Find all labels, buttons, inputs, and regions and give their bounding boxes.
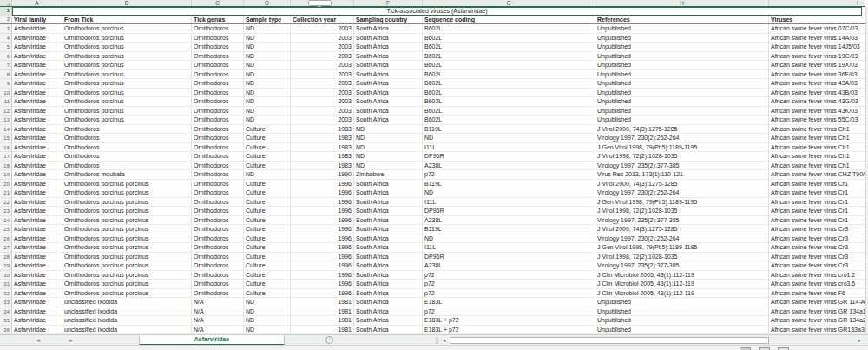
cell[interactable]: Ornithodoros moubata bbox=[62, 170, 192, 180]
cell[interactable]: 1983 bbox=[291, 134, 354, 143]
cell[interactable]: African swine fever virus 43A/03 bbox=[769, 79, 865, 89]
cell[interactable]: Culture bbox=[244, 180, 291, 189]
cell[interactable]: J Virol 2000, 74(3):1275-1285 bbox=[595, 125, 769, 135]
cell[interactable]: African swine fever virus CHZ T90/1 bbox=[769, 170, 865, 180]
cell[interactable]: 2003 bbox=[291, 43, 354, 52]
row-number[interactable]: 29 bbox=[0, 261, 12, 271]
cell[interactable]: Ornithodoros porcinus porcinus bbox=[62, 216, 192, 226]
cell[interactable]: ND bbox=[244, 170, 291, 180]
cell[interactable]: 2003 bbox=[291, 34, 354, 43]
cell[interactable]: Ornithodoros porcinus porcinus bbox=[62, 207, 192, 216]
cell[interactable]: Ornithodoros porcinus porcinus bbox=[62, 198, 192, 208]
cell[interactable]: Ornithodoros bbox=[192, 225, 244, 234]
cell[interactable]: Asfarviridae bbox=[12, 134, 62, 143]
cell[interactable]: Unpublished bbox=[595, 70, 769, 80]
cell[interactable]: 1996 bbox=[291, 207, 354, 216]
cell[interactable]: South Africa bbox=[354, 43, 423, 52]
row-number[interactable]: 35 bbox=[0, 316, 12, 326]
cell[interactable]: African swine fever virus GR133a3 bbox=[769, 326, 865, 335]
cell[interactable]: Asfarviridae bbox=[12, 79, 62, 89]
cell[interactable]: J Gen Virol 1998, 79(Pt 5):1189-1195 bbox=[595, 143, 769, 153]
tab-scrollbar-splitter[interactable] bbox=[436, 337, 438, 344]
cell[interactable]: Asfarviridae bbox=[12, 116, 62, 125]
cell[interactable]: African swine fever virus 55C/03 bbox=[769, 116, 865, 125]
cell[interactable]: 2003 bbox=[291, 52, 354, 62]
cell[interactable]: 1996 bbox=[291, 180, 354, 189]
column-header-f[interactable]: F bbox=[354, 0, 423, 6]
cell[interactable]: Ornithodoros porcinus bbox=[62, 70, 192, 80]
cell[interactable]: Ornithodoros porcinus porcinus bbox=[62, 234, 192, 244]
cell[interactable]: Culture bbox=[244, 280, 291, 289]
cell[interactable]: Ornithodoros bbox=[192, 170, 244, 180]
row-number[interactable]: 34 bbox=[0, 307, 12, 317]
cell[interactable]: African swine fever virus Cr3 bbox=[769, 243, 865, 253]
cell[interactable]: Ornithodoros porcinus bbox=[62, 61, 192, 70]
header-cell[interactable]: Viruses bbox=[769, 16, 865, 23]
cell[interactable]: 1983 bbox=[291, 125, 354, 135]
cell[interactable]: Asfarviridae bbox=[12, 280, 62, 289]
cell[interactable]: Ornithodoros bbox=[192, 61, 244, 70]
cell[interactable]: Culture bbox=[244, 234, 291, 244]
cell[interactable]: Ornithodoros porcinus porcinus bbox=[62, 261, 192, 271]
cell[interactable]: Ornithodoros bbox=[192, 97, 244, 107]
cell[interactable]: Unpublished bbox=[595, 307, 769, 317]
header-cell[interactable]: Sample type bbox=[244, 16, 291, 23]
cell[interactable]: African swine fever virus 14A/03 bbox=[769, 34, 865, 43]
cell[interactable]: South Africa bbox=[354, 180, 423, 189]
cell[interactable]: ND bbox=[244, 107, 291, 116]
cell[interactable]: Ornithodoros bbox=[62, 152, 192, 162]
cell[interactable]: A238L bbox=[423, 261, 595, 271]
cell[interactable]: DP96R bbox=[423, 152, 595, 162]
sheet-nav-right-icon[interactable]: ▸ bbox=[68, 336, 75, 345]
row-number[interactable]: 16 bbox=[0, 143, 12, 153]
cell[interactable]: Ornithodoros bbox=[192, 134, 244, 143]
cell[interactable]: African swine fever virus Cr1 bbox=[769, 188, 865, 198]
cell[interactable]: A238L bbox=[423, 162, 595, 171]
cell[interactable]: Unpublished bbox=[595, 61, 769, 70]
cell[interactable]: Ornithodoros bbox=[192, 143, 244, 153]
cell[interactable]: Asfarviridae bbox=[12, 271, 62, 281]
cell[interactable]: N/A bbox=[192, 298, 244, 307]
cell[interactable]: 1996 bbox=[291, 253, 354, 262]
cell[interactable]: B602L bbox=[423, 116, 595, 125]
cell[interactable]: Ornithodoros bbox=[192, 43, 244, 52]
cell[interactable]: Ornithodoros bbox=[192, 234, 244, 244]
cell[interactable]: Ornithodoros bbox=[192, 253, 244, 262]
cell[interactable]: Ornithodoros bbox=[192, 79, 244, 89]
cell[interactable]: I11L bbox=[423, 198, 595, 208]
select-all-corner[interactable] bbox=[0, 0, 12, 7]
cell[interactable]: African swine fever virus Ch1 bbox=[769, 162, 865, 171]
cell[interactable]: Culture bbox=[244, 271, 291, 281]
cell[interactable]: Ornithodoros bbox=[192, 289, 244, 299]
row-number[interactable]: 30 bbox=[0, 271, 12, 281]
cell[interactable]: Culture bbox=[244, 253, 291, 262]
cell[interactable]: Asfarviridae bbox=[12, 225, 62, 234]
cell[interactable]: J Virol 1998, 72(2):1028-1035 bbox=[595, 152, 769, 162]
cell[interactable]: B602L bbox=[423, 79, 595, 89]
cell[interactable]: African swine fever virus 19X/03 bbox=[769, 61, 865, 70]
cell[interactable]: Asfarviridae bbox=[12, 89, 62, 98]
row-number[interactable]: 11 bbox=[0, 97, 12, 107]
cell[interactable]: 1996 bbox=[291, 243, 354, 253]
cell[interactable]: ND bbox=[354, 125, 423, 135]
cell[interactable]: ND bbox=[423, 134, 595, 143]
cell[interactable]: South Africa bbox=[354, 316, 423, 326]
cell[interactable]: South Africa bbox=[354, 61, 423, 70]
cell[interactable]: Ornithodoros porcinus bbox=[62, 34, 192, 43]
cell[interactable]: E183L bbox=[423, 298, 595, 307]
cell[interactable]: South Africa bbox=[354, 253, 423, 262]
row-number[interactable]: 5 bbox=[0, 43, 12, 52]
cell[interactable]: Ornithodoros porcinus porcinus bbox=[62, 225, 192, 234]
cell[interactable]: Unpublished bbox=[595, 316, 769, 326]
cell[interactable]: DP96R bbox=[423, 207, 595, 216]
row-number[interactable]: 25 bbox=[0, 225, 12, 234]
cell[interactable]: Ornithodoros bbox=[192, 243, 244, 253]
cell[interactable]: South Africa bbox=[354, 198, 423, 208]
cell[interactable]: Asfarviridae bbox=[12, 34, 62, 43]
column-header-d[interactable]: D bbox=[244, 0, 291, 6]
header-cell[interactable]: Collection year bbox=[291, 16, 354, 23]
cell[interactable]: Ornithodoros bbox=[192, 24, 244, 34]
cell[interactable]: Culture bbox=[244, 225, 291, 234]
cell[interactable]: B602L bbox=[423, 34, 595, 43]
cell[interactable]: Asfarviridae bbox=[12, 61, 62, 70]
